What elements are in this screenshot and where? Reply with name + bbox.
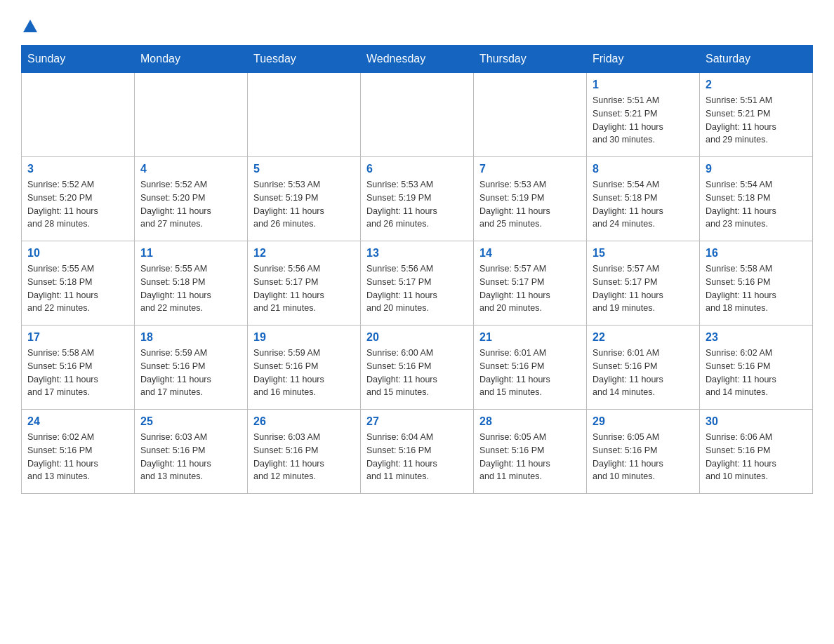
- day-number: 21: [479, 331, 581, 344]
- day-info: Sunrise: 5:59 AMSunset: 5:16 PMDaylight:…: [253, 347, 355, 399]
- week-row-3: 10Sunrise: 5:55 AMSunset: 5:18 PMDayligh…: [22, 241, 813, 326]
- day-info: Sunrise: 5:52 AMSunset: 5:20 PMDaylight:…: [27, 178, 128, 231]
- week-row-1: 1Sunrise: 5:51 AMSunset: 5:21 PMDaylight…: [22, 73, 813, 157]
- day-info: Sunrise: 6:05 AMSunset: 5:16 PMDaylight:…: [479, 431, 581, 483]
- day-number: 15: [593, 247, 694, 260]
- calendar-cell: 8Sunrise: 5:54 AMSunset: 5:18 PMDaylight…: [587, 157, 700, 241]
- day-info: Sunrise: 5:56 AMSunset: 5:17 PMDaylight:…: [366, 262, 468, 315]
- calendar-cell: 14Sunrise: 5:57 AMSunset: 5:17 PMDayligh…: [474, 241, 587, 326]
- day-info: Sunrise: 5:51 AMSunset: 5:21 PMDaylight:…: [706, 94, 807, 147]
- calendar-cell: 1Sunrise: 5:51 AMSunset: 5:21 PMDaylight…: [587, 73, 700, 157]
- calendar-cell: 24Sunrise: 6:02 AMSunset: 5:16 PMDayligh…: [22, 410, 135, 494]
- day-info: Sunrise: 6:00 AMSunset: 5:16 PMDaylight:…: [366, 347, 468, 399]
- day-number: 12: [253, 247, 355, 260]
- day-info: Sunrise: 6:03 AMSunset: 5:16 PMDaylight:…: [253, 431, 355, 483]
- day-info: Sunrise: 5:53 AMSunset: 5:19 PMDaylight:…: [479, 178, 581, 231]
- header: [21, 17, 813, 32]
- calendar-cell: 15Sunrise: 5:57 AMSunset: 5:17 PMDayligh…: [587, 241, 700, 326]
- day-number: 16: [706, 247, 807, 260]
- weekday-header-thursday: Thursday: [474, 46, 587, 73]
- day-info: Sunrise: 6:04 AMSunset: 5:16 PMDaylight:…: [366, 431, 468, 483]
- calendar-cell: 3Sunrise: 5:52 AMSunset: 5:20 PMDaylight…: [22, 157, 135, 241]
- weekday-header-row: SundayMondayTuesdayWednesdayThursdayFrid…: [22, 46, 813, 73]
- calendar-cell: 17Sunrise: 5:58 AMSunset: 5:16 PMDayligh…: [22, 326, 135, 410]
- calendar-cell: 12Sunrise: 5:56 AMSunset: 5:17 PMDayligh…: [248, 241, 361, 326]
- day-info: Sunrise: 5:52 AMSunset: 5:20 PMDaylight:…: [140, 178, 241, 231]
- calendar-cell: 27Sunrise: 6:04 AMSunset: 5:16 PMDayligh…: [361, 410, 474, 494]
- day-info: Sunrise: 5:54 AMSunset: 5:18 PMDaylight:…: [706, 178, 807, 231]
- day-number: 14: [479, 247, 581, 260]
- weekday-header-wednesday: Wednesday: [361, 46, 474, 73]
- week-row-5: 24Sunrise: 6:02 AMSunset: 5:16 PMDayligh…: [22, 410, 813, 494]
- calendar-cell: 9Sunrise: 5:54 AMSunset: 5:18 PMDaylight…: [700, 157, 813, 241]
- day-number: 4: [140, 163, 241, 175]
- calendar-cell: [474, 73, 587, 157]
- day-info: Sunrise: 6:01 AMSunset: 5:16 PMDaylight:…: [593, 347, 694, 399]
- day-number: 22: [593, 331, 694, 344]
- calendar-table: SundayMondayTuesdayWednesdayThursdayFrid…: [21, 45, 813, 494]
- calendar-cell: 21Sunrise: 6:01 AMSunset: 5:16 PMDayligh…: [474, 326, 587, 410]
- day-info: Sunrise: 5:58 AMSunset: 5:16 PMDaylight:…: [706, 262, 807, 315]
- calendar-cell: 26Sunrise: 6:03 AMSunset: 5:16 PMDayligh…: [248, 410, 361, 494]
- day-info: Sunrise: 5:59 AMSunset: 5:16 PMDaylight:…: [140, 347, 241, 399]
- day-info: Sunrise: 6:03 AMSunset: 5:16 PMDaylight:…: [140, 431, 241, 483]
- day-number: 18: [140, 331, 241, 344]
- day-number: 30: [706, 415, 807, 428]
- day-number: 23: [706, 331, 807, 344]
- calendar-cell: 20Sunrise: 6:00 AMSunset: 5:16 PMDayligh…: [361, 326, 474, 410]
- calendar-cell: 16Sunrise: 5:58 AMSunset: 5:16 PMDayligh…: [700, 241, 813, 326]
- week-row-4: 17Sunrise: 5:58 AMSunset: 5:16 PMDayligh…: [22, 326, 813, 410]
- day-info: Sunrise: 6:01 AMSunset: 5:16 PMDaylight:…: [479, 347, 581, 399]
- weekday-header-tuesday: Tuesday: [248, 46, 361, 73]
- calendar-cell: 6Sunrise: 5:53 AMSunset: 5:19 PMDaylight…: [361, 157, 474, 241]
- calendar-cell: 29Sunrise: 6:05 AMSunset: 5:16 PMDayligh…: [587, 410, 700, 494]
- day-info: Sunrise: 6:05 AMSunset: 5:16 PMDaylight:…: [593, 431, 694, 483]
- calendar-cell: [361, 73, 474, 157]
- day-number: 19: [253, 331, 355, 344]
- calendar-cell: 7Sunrise: 5:53 AMSunset: 5:19 PMDaylight…: [474, 157, 587, 241]
- day-info: Sunrise: 5:51 AMSunset: 5:21 PMDaylight:…: [593, 94, 694, 147]
- day-info: Sunrise: 6:02 AMSunset: 5:16 PMDaylight:…: [27, 431, 128, 483]
- day-number: 9: [706, 163, 807, 175]
- logo: [21, 17, 37, 32]
- day-info: Sunrise: 5:57 AMSunset: 5:17 PMDaylight:…: [479, 262, 581, 315]
- calendar-cell: 11Sunrise: 5:55 AMSunset: 5:18 PMDayligh…: [135, 241, 248, 326]
- calendar-cell: 2Sunrise: 5:51 AMSunset: 5:21 PMDaylight…: [700, 73, 813, 157]
- logo-triangle-icon: [23, 20, 37, 32]
- day-number: 1: [593, 79, 694, 91]
- day-number: 3: [27, 163, 128, 175]
- calendar-cell: 23Sunrise: 6:02 AMSunset: 5:16 PMDayligh…: [700, 326, 813, 410]
- day-number: 8: [593, 163, 694, 175]
- day-number: 5: [253, 163, 355, 175]
- calendar-cell: [248, 73, 361, 157]
- calendar-cell: 19Sunrise: 5:59 AMSunset: 5:16 PMDayligh…: [248, 326, 361, 410]
- day-info: Sunrise: 5:54 AMSunset: 5:18 PMDaylight:…: [593, 178, 694, 231]
- day-number: 20: [366, 331, 468, 344]
- day-number: 11: [140, 247, 241, 260]
- day-number: 26: [253, 415, 355, 428]
- weekday-header-friday: Friday: [587, 46, 700, 73]
- day-number: 29: [593, 415, 694, 428]
- calendar-cell: [135, 73, 248, 157]
- day-info: Sunrise: 5:53 AMSunset: 5:19 PMDaylight:…: [366, 178, 468, 231]
- calendar-cell: 13Sunrise: 5:56 AMSunset: 5:17 PMDayligh…: [361, 241, 474, 326]
- day-number: 28: [479, 415, 581, 428]
- day-info: Sunrise: 5:53 AMSunset: 5:19 PMDaylight:…: [253, 178, 355, 231]
- day-info: Sunrise: 5:58 AMSunset: 5:16 PMDaylight:…: [27, 347, 128, 399]
- weekday-header-sunday: Sunday: [22, 46, 135, 73]
- day-number: 17: [27, 331, 128, 344]
- calendar-cell: 10Sunrise: 5:55 AMSunset: 5:18 PMDayligh…: [22, 241, 135, 326]
- calendar-cell: [22, 73, 135, 157]
- day-number: 2: [706, 79, 807, 91]
- day-number: 10: [27, 247, 128, 260]
- week-row-2: 3Sunrise: 5:52 AMSunset: 5:20 PMDaylight…: [22, 157, 813, 241]
- day-info: Sunrise: 5:55 AMSunset: 5:18 PMDaylight:…: [27, 262, 128, 315]
- calendar-cell: 4Sunrise: 5:52 AMSunset: 5:20 PMDaylight…: [135, 157, 248, 241]
- day-number: 13: [366, 247, 468, 260]
- day-number: 24: [27, 415, 128, 428]
- calendar-cell: 5Sunrise: 5:53 AMSunset: 5:19 PMDaylight…: [248, 157, 361, 241]
- weekday-header-saturday: Saturday: [700, 46, 813, 73]
- day-info: Sunrise: 6:02 AMSunset: 5:16 PMDaylight:…: [706, 347, 807, 399]
- calendar-cell: 28Sunrise: 6:05 AMSunset: 5:16 PMDayligh…: [474, 410, 587, 494]
- calendar-cell: 25Sunrise: 6:03 AMSunset: 5:16 PMDayligh…: [135, 410, 248, 494]
